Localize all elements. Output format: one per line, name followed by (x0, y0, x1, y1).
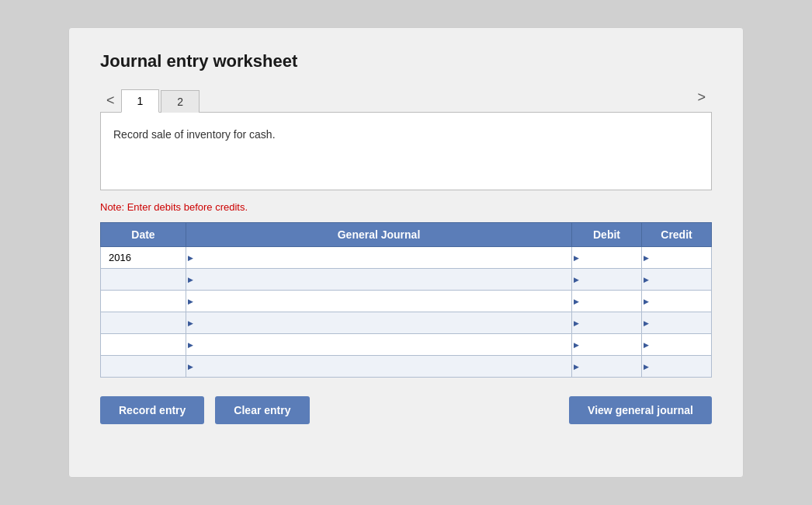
credit-cell-4[interactable] (642, 334, 712, 356)
credit-cell-3[interactable] (642, 312, 712, 334)
header-debit: Debit (572, 223, 642, 247)
date-cell-1[interactable] (101, 269, 186, 291)
debit-cell-5[interactable] (572, 356, 642, 378)
credit-input-2[interactable] (642, 291, 711, 312)
tab-right-nav: > (691, 85, 712, 112)
journal-input-4[interactable] (186, 334, 571, 355)
debit-cell-3[interactable] (572, 312, 642, 334)
date-cell-3[interactable] (101, 312, 186, 334)
credit-input-5[interactable] (642, 356, 711, 377)
date-cell-0[interactable] (101, 247, 186, 269)
instruction-text: Record sale of inventory for cash. (113, 128, 699, 141)
debit-input-4[interactable] (572, 334, 641, 355)
journal-input-2[interactable] (186, 291, 571, 312)
debit-input-2[interactable] (572, 291, 641, 312)
journal-cell-1[interactable] (186, 269, 572, 291)
debit-input-0[interactable] (572, 247, 641, 268)
credit-cell-5[interactable] (642, 356, 712, 378)
journal-input-1[interactable] (186, 269, 571, 290)
table-row (101, 356, 712, 378)
debit-input-1[interactable] (572, 269, 641, 290)
instruction-box: Record sale of inventory for cash. (100, 113, 712, 190)
date-input-4[interactable] (106, 337, 181, 352)
credit-cell-2[interactable] (642, 291, 712, 312)
journal-input-3[interactable] (186, 312, 571, 333)
buttons-row: Record entry Clear entry View general jo… (100, 396, 712, 424)
tab-2[interactable]: 2 (161, 90, 200, 113)
table-row (101, 247, 712, 269)
credit-input-3[interactable] (642, 312, 711, 333)
tabs-row: < 1 2 > (100, 85, 712, 113)
credit-input-0[interactable] (642, 247, 711, 268)
header-general-journal: General Journal (186, 223, 572, 247)
debit-input-3[interactable] (572, 312, 641, 333)
journal-table: Date General Journal Debit Credit (100, 222, 712, 378)
header-date: Date (101, 223, 186, 247)
date-input-1[interactable] (106, 272, 181, 287)
date-cell-4[interactable] (101, 334, 186, 356)
debit-cell-4[interactable] (572, 334, 642, 356)
table-row (101, 312, 712, 334)
debit-input-5[interactable] (572, 356, 641, 377)
journal-cell-2[interactable] (186, 291, 572, 312)
debit-cell-2[interactable] (572, 291, 642, 312)
debit-cell-0[interactable] (572, 247, 642, 269)
header-credit: Credit (642, 223, 712, 247)
journal-input-0[interactable] (186, 247, 571, 268)
credit-cell-1[interactable] (642, 269, 712, 291)
date-cell-5[interactable] (101, 356, 186, 378)
credit-cell-0[interactable] (642, 247, 712, 269)
journal-input-5[interactable] (186, 356, 571, 377)
record-entry-button[interactable]: Record entry (100, 396, 204, 424)
journal-cell-5[interactable] (186, 356, 572, 378)
clear-entry-button[interactable]: Clear entry (215, 396, 309, 424)
table-row (101, 334, 712, 356)
date-input-3[interactable] (106, 315, 181, 330)
journal-cell-4[interactable] (186, 334, 572, 356)
note-text: Note: Enter debits before credits. (100, 201, 712, 213)
date-input-2[interactable] (106, 294, 181, 308)
journal-cell-0[interactable] (186, 247, 572, 269)
view-general-journal-button[interactable]: View general journal (569, 396, 712, 424)
next-tab-button[interactable]: > (691, 85, 712, 109)
date-input-0[interactable] (106, 250, 181, 265)
date-cell-2[interactable] (101, 291, 186, 312)
main-container: Journal entry worksheet < 1 2 > Record s… (68, 27, 744, 478)
table-header-row: Date General Journal Debit Credit (101, 223, 712, 247)
page-title: Journal entry worksheet (100, 51, 712, 71)
credit-input-4[interactable] (642, 334, 711, 355)
table-row (101, 291, 712, 312)
journal-cell-3[interactable] (186, 312, 572, 334)
table-row (101, 269, 712, 291)
date-input-5[interactable] (106, 359, 181, 374)
credit-input-1[interactable] (642, 269, 711, 290)
tab-1[interactable]: 1 (121, 89, 160, 113)
prev-tab-button[interactable]: < (100, 89, 121, 112)
debit-cell-1[interactable] (572, 269, 642, 291)
